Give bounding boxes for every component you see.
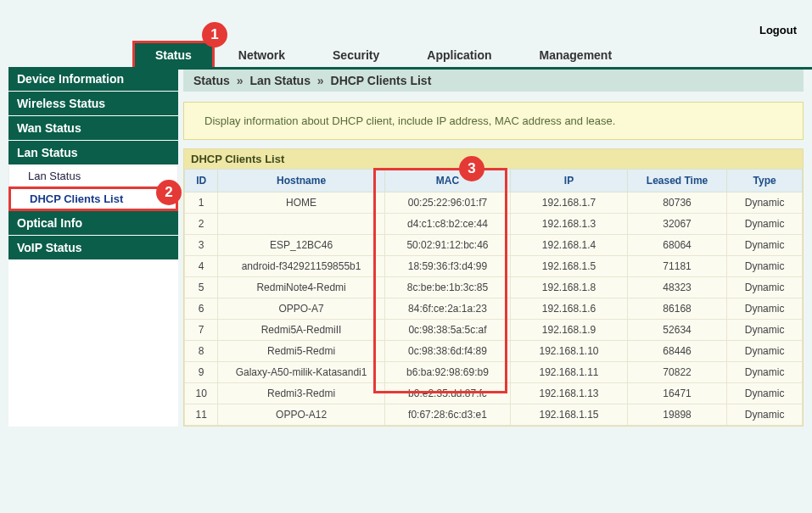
breadcrumb-sep-icon: » xyxy=(317,74,324,87)
table-header-row: ID Hostname MAC IP Leased Time Type xyxy=(185,170,803,192)
cell-id: 7 xyxy=(185,320,218,341)
cell-ip: 192.168.1.10 xyxy=(511,341,628,362)
sidebar-item-device-information[interactable]: Device Information xyxy=(8,67,178,92)
col-header-type: Type xyxy=(727,170,803,192)
cell-id: 6 xyxy=(185,298,218,320)
sidebar-item-optical-info[interactable]: Optical Info xyxy=(8,211,178,236)
cell-type: Dynamic xyxy=(727,404,803,426)
cell-ip: 192.168.1.3 xyxy=(511,214,628,235)
cell-mac: 84:6f:ce:2a:1a:23 xyxy=(384,298,510,320)
cell-leased: 52634 xyxy=(627,320,726,341)
cell-mac: 0c:98:38:5a:5c:af xyxy=(384,320,510,341)
sidebar-item-wan-status[interactable]: Wan Status xyxy=(8,116,178,141)
cell-ip: 192.168.1.9 xyxy=(511,320,628,341)
cell-hostname: OPPO-A7 xyxy=(218,298,384,320)
cell-id: 9 xyxy=(185,362,218,383)
table-row: 10Redmi3-Redmib0:e2:35:dd:87:fc192.168.1… xyxy=(185,383,803,404)
cell-mac: 50:02:91:12:bc:46 xyxy=(384,235,510,256)
cell-hostname: RedmiNote4-Redmi xyxy=(218,277,384,298)
cell-hostname: HOME xyxy=(218,192,384,214)
sidebar-subitem-lan-status[interactable]: Lan Status xyxy=(8,165,178,187)
tab-status[interactable]: Status xyxy=(132,41,215,67)
table-title: DHCP Clients List xyxy=(184,149,803,169)
sidebar-item-voip-status[interactable]: VoIP Status xyxy=(8,236,178,260)
cell-hostname: Redmi3-Redmi xyxy=(218,383,384,404)
cell-hostname: Redmi5A-RedmiII xyxy=(218,320,384,341)
breadcrumb: Status » Lan Status » DHCP Clients List xyxy=(183,70,804,92)
cell-type: Dynamic xyxy=(727,277,803,298)
description-box: Display information about DHCP client, i… xyxy=(183,102,804,140)
col-header-leased: Leased Time xyxy=(627,170,726,192)
col-header-ip: IP xyxy=(511,170,628,192)
cell-leased: 68064 xyxy=(627,235,726,256)
cell-mac: b6:ba:92:98:69:b9 xyxy=(384,362,510,383)
table-row: 5RedmiNote4-Redmi8c:be:be:1b:3c:85192.16… xyxy=(185,277,803,298)
cell-ip: 192.168.1.6 xyxy=(511,298,628,320)
cell-mac: d4:c1:c8:b2:ce:44 xyxy=(384,214,510,235)
breadcrumb-part: Status xyxy=(193,74,230,87)
cell-leased: 86168 xyxy=(627,298,726,320)
cell-leased: 80736 xyxy=(627,192,726,214)
cell-ip: 192.168.1.7 xyxy=(511,192,628,214)
logout-link[interactable]: Logout xyxy=(759,24,797,36)
tab-network[interactable]: Network xyxy=(215,43,309,67)
annotation-badge-2: 2 xyxy=(156,180,182,205)
cell-hostname: ESP_12BC46 xyxy=(218,235,384,256)
cell-id: 2 xyxy=(185,214,218,235)
cell-ip: 192.168.1.5 xyxy=(511,256,628,277)
tab-management[interactable]: Management xyxy=(516,43,636,67)
col-header-mac: MAC xyxy=(384,170,510,192)
cell-leased: 68446 xyxy=(627,341,726,362)
cell-ip: 192.168.1.15 xyxy=(511,404,628,426)
cell-type: Dynamic xyxy=(727,192,803,214)
cell-leased: 70822 xyxy=(627,362,726,383)
col-header-id: ID xyxy=(185,170,218,192)
cell-hostname xyxy=(218,214,384,235)
sidebar-item-lan-status[interactable]: Lan Status xyxy=(8,141,178,165)
table-row: 4android-f342921159855b118:59:36:f3:d4:9… xyxy=(185,256,803,277)
cell-ip: 192.168.1.11 xyxy=(511,362,628,383)
cell-type: Dynamic xyxy=(727,320,803,341)
tab-application[interactable]: Application xyxy=(403,43,515,67)
cell-type: Dynamic xyxy=(727,256,803,277)
cell-type: Dynamic xyxy=(727,362,803,383)
cell-id: 8 xyxy=(185,341,218,362)
table-row: 9Galaxy-A50-milik-Katasandi1b6:ba:92:98:… xyxy=(185,362,803,383)
table-row: 1HOME00:25:22:96:01:f7192.168.1.780736Dy… xyxy=(185,192,803,214)
cell-type: Dynamic xyxy=(727,298,803,320)
table-row: 3ESP_12BC4650:02:91:12:bc:46192.168.1.46… xyxy=(185,235,803,256)
cell-mac: 00:25:22:96:01:f7 xyxy=(384,192,510,214)
cell-leased: 71181 xyxy=(627,256,726,277)
cell-id: 10 xyxy=(185,383,218,404)
cell-mac: f0:67:28:6c:d3:e1 xyxy=(384,404,510,426)
breadcrumb-part: DHCP Clients List xyxy=(331,74,432,87)
sidebar-item-wireless-status[interactable]: Wireless Status xyxy=(8,92,178,116)
cell-type: Dynamic xyxy=(727,214,803,235)
cell-hostname: Galaxy-A50-milik-Katasandi1 xyxy=(218,362,384,383)
cell-type: Dynamic xyxy=(727,235,803,256)
sidebar: Device Information Wireless Status Wan S… xyxy=(8,70,178,427)
cell-type: Dynamic xyxy=(727,341,803,362)
cell-id: 4 xyxy=(185,256,218,277)
cell-mac: 8c:be:be:1b:3c:85 xyxy=(384,277,510,298)
cell-leased: 16471 xyxy=(627,383,726,404)
cell-id: 11 xyxy=(185,404,218,426)
col-header-hostname: Hostname xyxy=(218,170,384,192)
cell-mac: 18:59:36:f3:d4:99 xyxy=(384,256,510,277)
cell-id: 5 xyxy=(185,277,218,298)
cell-ip: 192.168.1.4 xyxy=(511,235,628,256)
cell-id: 3 xyxy=(185,235,218,256)
cell-ip: 192.168.1.8 xyxy=(511,277,628,298)
cell-leased: 19898 xyxy=(627,404,726,426)
cell-hostname: android-f342921159855b1 xyxy=(218,256,384,277)
breadcrumb-sep-icon: » xyxy=(237,74,244,87)
table-row: 6OPPO-A784:6f:ce:2a:1a:23192.168.1.68616… xyxy=(185,298,803,320)
sidebar-subitem-dhcp-clients-list[interactable]: DHCP Clients List xyxy=(8,187,178,211)
top-nav: Status Network Security Application Mana… xyxy=(132,44,812,70)
table-row: 8Redmi5-Redmi0c:98:38:6d:f4:89192.168.1.… xyxy=(185,341,803,362)
tab-security[interactable]: Security xyxy=(309,43,403,67)
annotation-badge-1: 1 xyxy=(202,22,227,47)
cell-hostname: Redmi5-Redmi xyxy=(218,341,384,362)
dhcp-clients-table: ID Hostname MAC IP Leased Time Type 1HOM… xyxy=(184,169,803,426)
cell-ip: 192.168.1.13 xyxy=(511,383,628,404)
